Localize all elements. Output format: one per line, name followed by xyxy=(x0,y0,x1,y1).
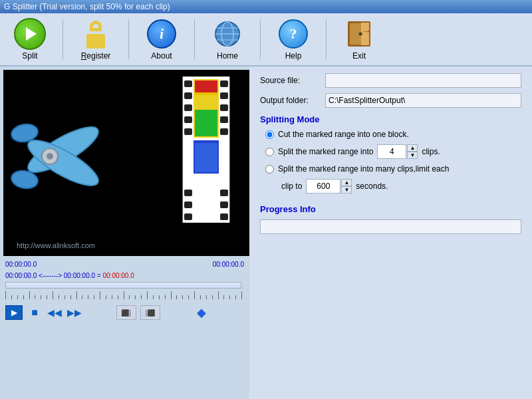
clips-spin-up[interactable]: ▲ xyxy=(407,144,418,152)
svg-rect-25 xyxy=(220,104,228,111)
seconds-spin-up[interactable]: ▲ xyxy=(341,179,352,186)
exit-button[interactable]: → Exit xyxy=(336,15,382,63)
source-file-row: Source file: xyxy=(260,73,521,88)
svg-rect-38 xyxy=(195,143,217,172)
progress-bar xyxy=(260,219,521,234)
toolbar-separator-3 xyxy=(194,19,195,59)
clips-spin-down[interactable]: ▼ xyxy=(407,152,418,159)
splitting-mode-title: Splitting Mode xyxy=(260,114,521,124)
seconds-spinner-wrap: ▲ ▼ xyxy=(306,179,352,194)
svg-rect-21 xyxy=(184,201,192,208)
svg-rect-15 xyxy=(184,80,192,87)
range-result: 00:00:00.0 xyxy=(102,272,134,279)
exit-icon: → xyxy=(343,18,375,50)
svg-rect-35 xyxy=(195,95,217,108)
source-file-label: Source file: xyxy=(260,76,320,85)
film-strip-graphic xyxy=(176,76,236,223)
radio-split-many-row: Split the marked range into many clips,l… xyxy=(265,164,521,174)
svg-rect-24 xyxy=(220,92,228,99)
svg-rect-17 xyxy=(184,104,192,111)
home-button[interactable]: Home xyxy=(204,15,251,63)
radio-split-into[interactable] xyxy=(265,148,274,156)
svg-rect-16 xyxy=(184,92,192,99)
seconds-spinner-input[interactable] xyxy=(306,179,340,194)
svg-rect-23 xyxy=(220,80,228,87)
help-icon: ? xyxy=(277,18,309,50)
time-right: 00:00:00.0 xyxy=(213,261,244,268)
home-label: Home xyxy=(217,51,238,61)
svg-rect-34 xyxy=(195,80,217,92)
output-folder-label: Output folder: xyxy=(260,96,320,105)
svg-rect-22 xyxy=(184,213,192,220)
range-display: 00:00:00.0 <-------> 00:00:00.0 = 00:00:… xyxy=(5,271,244,281)
radio-split-into-row: Split the marked range into ▲ ▼ clips. xyxy=(265,144,521,159)
title-bar: G Splitter (Trial version, split 50% for… xyxy=(0,0,532,13)
scissors-graphic xyxy=(10,96,116,216)
split-icon xyxy=(14,18,46,50)
rewind-button[interactable]: ◀◀ xyxy=(47,305,63,321)
toolbar-separator xyxy=(63,19,63,59)
range-text: 00:00:00.0 <-------> 00:00:00.0 = xyxy=(5,272,102,279)
video-preview: http://www.alinksoft.com xyxy=(3,70,249,256)
radio-split-many-row2: clip to ▲ ▼ seconds. xyxy=(281,179,521,194)
svg-rect-20 xyxy=(184,190,192,196)
home-icon xyxy=(211,18,243,50)
radio-split-into-label: Split the marked range into xyxy=(278,147,373,156)
svg-rect-19 xyxy=(184,128,192,135)
split-label: Split xyxy=(22,51,37,61)
playback-controls: ▶ ■ ◀◀ ▶▶ ⬛| |⬛ ◆ xyxy=(0,301,249,325)
radio-cut-block-label: Cut the marked range into one block. xyxy=(278,130,409,139)
svg-rect-27 xyxy=(220,128,228,135)
register-button[interactable]: Register xyxy=(72,15,119,63)
title-text: G Splitter (Trial version, split 50% for… xyxy=(4,2,170,11)
svg-rect-28 xyxy=(220,190,228,196)
progress-section: Progress Info xyxy=(260,204,521,234)
clip-to-prefix: clip to xyxy=(281,182,302,191)
toolbar-separator-5 xyxy=(326,19,327,59)
play-stop-button[interactable]: ▶ xyxy=(5,305,23,320)
radio-split-many-label: Split the marked range into many clips,l… xyxy=(278,164,449,174)
svg-point-11 xyxy=(47,153,53,160)
exit-label: Exit xyxy=(352,51,366,61)
tick-marks: // Generate ticks inline document.addEve… xyxy=(5,290,241,299)
split-button[interactable]: Split xyxy=(7,15,53,63)
output-folder-row: Output folder: xyxy=(260,93,521,108)
seconds-spin-down[interactable]: ▼ xyxy=(341,186,352,194)
about-icon: i xyxy=(146,18,178,50)
clips-spinner-wrap: ▲ ▼ xyxy=(377,144,418,159)
seconds-suffix: seconds. xyxy=(356,182,388,191)
svg-rect-29 xyxy=(220,201,228,208)
mark-in-button[interactable]: ⬛| xyxy=(116,305,136,320)
radio-cut-block[interactable] xyxy=(265,130,274,139)
toolbar-separator-2 xyxy=(128,19,129,59)
register-label: Register xyxy=(81,51,111,61)
source-file-input[interactable] xyxy=(325,73,521,88)
toolbar-separator-4 xyxy=(260,19,261,59)
toolbar: Split Register i About xyxy=(0,13,532,66)
clips-spin-buttons: ▲ ▼ xyxy=(407,144,418,159)
stop-button[interactable]: ■ xyxy=(27,305,43,321)
radio-split-many[interactable] xyxy=(265,165,274,174)
about-label: About xyxy=(151,51,172,61)
seconds-spin-buttons: ▲ ▼ xyxy=(341,179,352,194)
right-panel: Source file: Output folder: Splitting Mo… xyxy=(249,66,532,399)
radio-cut-block-row: Cut the marked range into one block. xyxy=(265,130,521,139)
svg-rect-26 xyxy=(220,116,228,123)
clips-suffix: clips. xyxy=(422,147,440,156)
mark-out-button[interactable]: |⬛ xyxy=(140,305,160,320)
time-display: 00:00:00.0 00:00:00.0 xyxy=(0,259,249,269)
progress-title: Progress Info xyxy=(260,204,521,214)
clips-spinner-input[interactable] xyxy=(377,144,406,159)
time-left: 00:00:00.0 xyxy=(5,261,37,268)
main-area: http://www.alinksoft.com 00:00:00.0 00:0… xyxy=(0,66,532,399)
svg-rect-18 xyxy=(184,116,192,123)
video-url: http://www.alinksoft.com xyxy=(17,241,95,249)
timeline-bar[interactable] xyxy=(5,282,241,289)
output-folder-input[interactable] xyxy=(325,93,521,108)
svg-rect-36 xyxy=(195,110,217,136)
register-icon xyxy=(80,18,112,50)
diamond-button[interactable]: ◆ xyxy=(194,305,209,321)
help-button[interactable]: ? Help xyxy=(270,15,317,63)
forward-button[interactable]: ▶▶ xyxy=(66,305,82,321)
about-button[interactable]: i About xyxy=(138,15,185,63)
